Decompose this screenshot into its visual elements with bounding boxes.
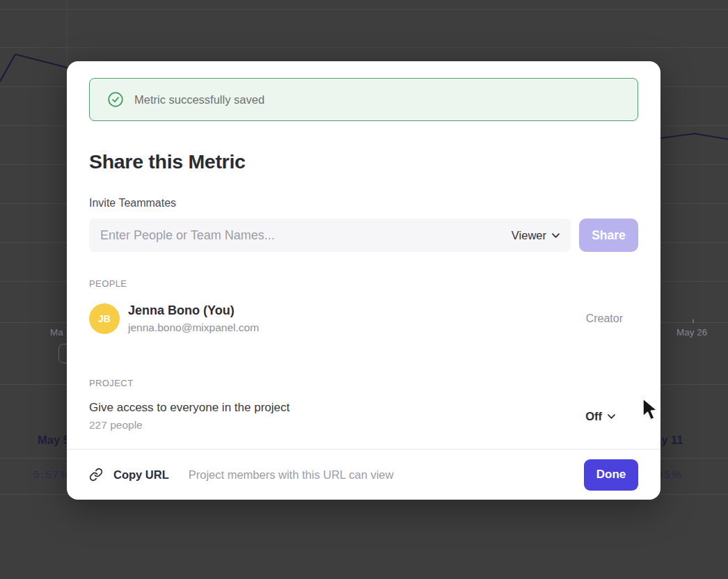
gridline — [0, 47, 728, 48]
invite-teammates-label: Invite Teammates — [89, 197, 638, 209]
link-icon — [89, 468, 103, 482]
x-axis-label-right: May 26 — [676, 327, 707, 338]
project-section-label: PROJECT — [89, 378, 638, 388]
modal-title: Share this Metric — [89, 150, 638, 173]
invite-input-wrap: Viewer — [89, 219, 571, 252]
axis-tick — [693, 319, 694, 323]
x-axis-label-left: Ma — [50, 327, 63, 338]
avatar: JB — [89, 303, 120, 334]
person-info: Jenna Bono (You) jenna.bono@mixpanel.com — [128, 303, 259, 334]
table-header-cell: May 5 — [38, 434, 70, 447]
footer-helper-text: Project members with this URL can view — [189, 468, 394, 482]
copy-url-button[interactable]: Copy URL — [89, 468, 169, 482]
table-value-cell: 35% — [657, 468, 683, 481]
person-name: Jenna Bono (You) — [128, 303, 259, 318]
people-section-label: PEOPLE — [89, 278, 638, 289]
success-banner-text: Metric successfully saved — [134, 93, 264, 106]
invite-row: Viewer Share — [89, 219, 638, 252]
project-access-dropdown[interactable]: Off — [585, 410, 615, 423]
share-button[interactable]: Share — [579, 219, 638, 252]
invite-input[interactable] — [100, 228, 512, 243]
check-circle-icon — [108, 92, 123, 107]
role-dropdown-label: Viewer — [512, 229, 546, 242]
person-role: Creator — [586, 312, 623, 325]
project-access-subtitle: 227 people — [89, 419, 290, 431]
chevron-down-icon — [552, 233, 560, 238]
project-access-dropdown-label: Off — [585, 410, 602, 423]
role-dropdown[interactable]: Viewer — [512, 229, 560, 242]
project-access-title: Give access to everyone in the project — [89, 401, 290, 415]
modal-footer: Copy URL Project members with this URL c… — [67, 449, 660, 500]
project-access-text: Give access to everyone in the project 2… — [89, 401, 290, 431]
person-row: JB Jenna Bono (You) jenna.bono@mixpanel.… — [89, 303, 638, 334]
copy-url-label: Copy URL — [113, 468, 169, 482]
share-metric-modal: Metric successfully saved Share this Met… — [67, 61, 660, 500]
person-email: jenna.bono@mixpanel.com — [128, 322, 259, 334]
project-access-row: Give access to everyone in the project 2… — [89, 401, 638, 431]
chevron-down-icon — [608, 414, 615, 419]
gridline — [0, 9, 728, 10]
success-banner: Metric successfully saved — [89, 78, 638, 121]
table-value-cell: 5.57% — [33, 468, 71, 481]
done-button[interactable]: Done — [584, 459, 638, 491]
